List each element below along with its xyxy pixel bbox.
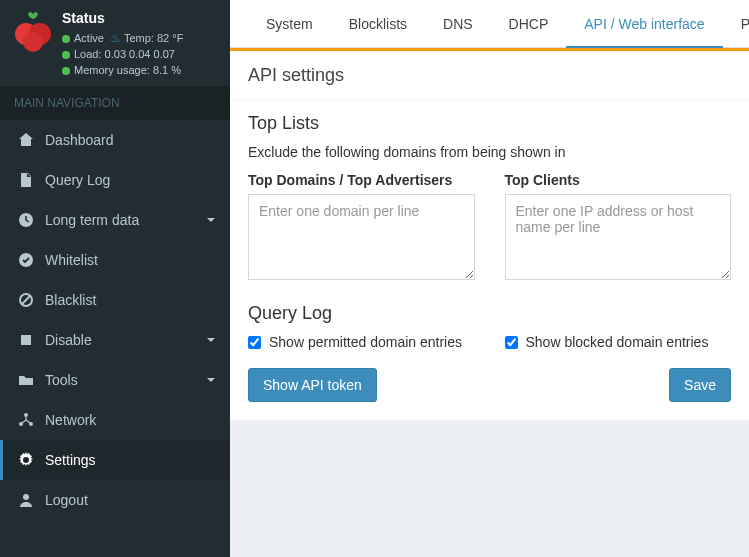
sidebar-item-disable[interactable]: Disable bbox=[0, 320, 230, 360]
toplists-description: Exclude the following domains from being… bbox=[248, 144, 731, 160]
check-circle-icon bbox=[17, 252, 35, 268]
network-icon bbox=[17, 412, 35, 428]
panel-actions: Show API token Save bbox=[230, 350, 749, 420]
status-title: Status bbox=[62, 10, 183, 26]
tab-dhcp[interactable]: DHCP bbox=[491, 0, 567, 47]
querylog-heading: Query Log bbox=[248, 303, 731, 324]
tab-privacy[interactable]: Privac bbox=[723, 0, 749, 47]
domains-label: Top Domains / Top Advertisers bbox=[248, 172, 475, 188]
status-memory-line: Memory usage: 8.1 % bbox=[62, 62, 183, 78]
status-panel: Status Active♨Temp: 82 °F Load: 0.03 0.0… bbox=[0, 0, 230, 86]
nav-header: MAIN NAVIGATION bbox=[0, 86, 230, 120]
blocked-checkbox[interactable] bbox=[505, 336, 518, 349]
svg-point-2 bbox=[23, 32, 43, 52]
chevron-down-icon bbox=[206, 372, 216, 388]
tab-system[interactable]: System bbox=[248, 0, 331, 47]
flame-icon: ♨ bbox=[110, 31, 121, 45]
permitted-label: Show permitted domain entries bbox=[269, 334, 462, 350]
chevron-down-icon bbox=[206, 332, 216, 348]
sidebar-item-blacklist[interactable]: Blacklist bbox=[0, 280, 230, 320]
tab-dns[interactable]: DNS bbox=[425, 0, 491, 47]
status-dot-icon bbox=[62, 51, 70, 59]
gear-icon bbox=[17, 452, 35, 468]
sidebar-item-label: Query Log bbox=[45, 172, 110, 188]
sidebar-item-label: Long term data bbox=[45, 212, 139, 228]
sidebar-item-logout[interactable]: Logout bbox=[0, 480, 230, 520]
sidebar-item-label: Settings bbox=[45, 452, 96, 468]
status-load-line: Load: 0.03 0.04 0.07 bbox=[62, 46, 183, 62]
chevron-down-icon bbox=[206, 212, 216, 228]
permitted-checkbox[interactable] bbox=[248, 336, 261, 349]
svg-line-6 bbox=[22, 296, 30, 304]
panel-title: API settings bbox=[230, 51, 749, 101]
section-querylog: Query Log Show permitted domain entries … bbox=[230, 283, 749, 350]
save-button[interactable]: Save bbox=[669, 368, 731, 402]
status-dot-icon bbox=[62, 35, 70, 43]
clients-label: Top Clients bbox=[505, 172, 732, 188]
sidebar-item-label: Blacklist bbox=[45, 292, 96, 308]
svg-rect-7 bbox=[21, 335, 31, 345]
sidebar-item-dashboard[interactable]: Dashboard bbox=[0, 120, 230, 160]
section-toplists: Top Lists Exclude the following domains … bbox=[230, 101, 749, 283]
tab-api[interactable]: API / Web interface bbox=[566, 0, 722, 48]
show-api-token-button[interactable]: Show API token bbox=[248, 368, 377, 402]
blocked-label: Show blocked domain entries bbox=[526, 334, 709, 350]
main-content: System Blocklists DNS DHCP API / Web int… bbox=[230, 0, 749, 557]
clock-icon bbox=[17, 212, 35, 228]
tab-bar: System Blocklists DNS DHCP API / Web int… bbox=[230, 0, 749, 48]
stop-icon bbox=[17, 332, 35, 348]
svg-point-8 bbox=[24, 413, 28, 417]
sidebar-item-tools[interactable]: Tools bbox=[0, 360, 230, 400]
sidebar-item-label: Logout bbox=[45, 492, 88, 508]
sidebar-item-label: Disable bbox=[45, 332, 92, 348]
sidebar: Status Active♨Temp: 82 °F Load: 0.03 0.0… bbox=[0, 0, 230, 557]
file-icon bbox=[17, 172, 35, 188]
settings-panel: API settings Top Lists Exclude the follo… bbox=[230, 51, 749, 420]
sidebar-item-label: Dashboard bbox=[45, 132, 114, 148]
status-dot-icon bbox=[62, 67, 70, 75]
toplists-heading: Top Lists bbox=[248, 113, 731, 134]
folder-icon bbox=[17, 372, 35, 388]
sidebar-item-whitelist[interactable]: Whitelist bbox=[0, 240, 230, 280]
home-icon bbox=[17, 132, 35, 148]
sidebar-item-label: Whitelist bbox=[45, 252, 98, 268]
svg-point-11 bbox=[23, 494, 29, 500]
sidebar-item-longterm[interactable]: Long term data bbox=[0, 200, 230, 240]
tab-blocklists[interactable]: Blocklists bbox=[331, 0, 425, 47]
logo bbox=[12, 10, 54, 52]
domains-textarea[interactable] bbox=[248, 194, 475, 280]
clients-textarea[interactable] bbox=[505, 194, 732, 280]
ban-icon bbox=[17, 292, 35, 308]
sidebar-item-querylog[interactable]: Query Log bbox=[0, 160, 230, 200]
sidebar-item-label: Network bbox=[45, 412, 96, 428]
sidebar-item-settings[interactable]: Settings bbox=[0, 440, 230, 480]
sidebar-item-network[interactable]: Network bbox=[0, 400, 230, 440]
sidebar-item-label: Tools bbox=[45, 372, 78, 388]
user-icon bbox=[17, 492, 35, 508]
status-active-line: Active♨Temp: 82 °F bbox=[62, 30, 183, 46]
